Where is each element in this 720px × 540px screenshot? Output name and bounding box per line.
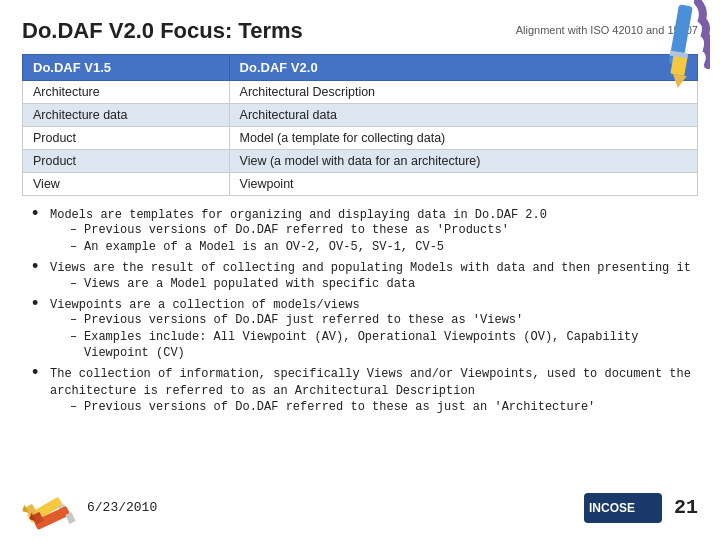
sub-bullet-text-0-0: Previous versions of Do.DAF referred to … bbox=[84, 223, 509, 239]
page: Do.DAF V2.0 Focus: Terms Alignment with … bbox=[0, 0, 720, 540]
table-cell-3-0: Product bbox=[23, 150, 230, 173]
bullet-item-2: •Viewpoints are a collection of models/v… bbox=[32, 296, 698, 362]
sub-bullet-text-0-1: An example of a Model is an OV-2, OV-5, … bbox=[84, 240, 444, 256]
table-cell-4-0: View bbox=[23, 173, 230, 196]
bullet-text-2: Viewpoints are a collection of models/vi… bbox=[50, 298, 360, 312]
table-cell-1-1: Architectural data bbox=[229, 104, 697, 127]
table-cell-1-0: Architecture data bbox=[23, 104, 230, 127]
page-number: 21 bbox=[674, 496, 698, 519]
svg-text:INCOSE: INCOSE bbox=[589, 501, 635, 515]
col-header-v1: Do.DAF V1.5 bbox=[23, 55, 230, 81]
sub-bullet-dash: – bbox=[70, 313, 84, 327]
table-row: ProductModel (a template for collecting … bbox=[23, 127, 698, 150]
bullet-dot: • bbox=[32, 257, 46, 275]
sub-bullet-dash: – bbox=[70, 277, 84, 291]
bullet-text-0: Models are templates for organizing and … bbox=[50, 208, 547, 222]
sub-bullets-2: – Previous versions of Do.DAF just refer… bbox=[70, 313, 698, 361]
header: Do.DAF V2.0 Focus: Terms Alignment with … bbox=[22, 18, 698, 44]
bullets-section: •Models are templates for organizing and… bbox=[32, 206, 698, 416]
table-cell-4-1: Viewpoint bbox=[229, 173, 697, 196]
sub-bullet-dash: – bbox=[70, 330, 84, 344]
table-row: ProductView (a model with data for an ar… bbox=[23, 150, 698, 173]
comparison-table: Do.DAF V1.5 Do.DAF V2.0 ArchitectureArch… bbox=[22, 54, 698, 196]
sub-bullet-3-0: – Previous versions of Do.DAF referred t… bbox=[70, 400, 698, 416]
table-cell-3-1: View (a model with data for an architect… bbox=[229, 150, 697, 173]
sub-bullet-0-1: – An example of a Model is an OV-2, OV-5… bbox=[70, 240, 547, 256]
table-cell-0-0: Architecture bbox=[23, 81, 230, 104]
sub-bullet-text-3-0: Previous versions of Do.DAF referred to … bbox=[84, 400, 595, 416]
sub-bullet-0-0: – Previous versions of Do.DAF referred t… bbox=[70, 223, 547, 239]
decorative-pencil bbox=[650, 0, 710, 90]
table-cell-2-0: Product bbox=[23, 127, 230, 150]
table-row: Architecture dataArchitectural data bbox=[23, 104, 698, 127]
bullet-item-3: •The collection of information, specific… bbox=[32, 365, 698, 416]
table-row: ArchitectureArchitectural Description bbox=[23, 81, 698, 104]
sub-bullet-text-1-0: Views are a Model populated with specifi… bbox=[84, 277, 415, 293]
bullet-text-1: Views are the result of collecting and p… bbox=[50, 261, 691, 275]
col-header-v2: Do.DAF V2.0 bbox=[229, 55, 697, 81]
table-row: ViewViewpoint bbox=[23, 173, 698, 196]
sub-bullet-dash: – bbox=[70, 223, 84, 237]
bullet-text-3: The collection of information, specifica… bbox=[50, 367, 691, 398]
sub-bullets-1: – Views are a Model populated with speci… bbox=[70, 277, 691, 293]
pencil-icon bbox=[22, 485, 77, 530]
sub-bullet-1-0: – Views are a Model populated with speci… bbox=[70, 277, 691, 293]
bullet-content-2: Viewpoints are a collection of models/vi… bbox=[50, 296, 698, 362]
sub-bullet-2-0: – Previous versions of Do.DAF just refer… bbox=[70, 313, 698, 329]
sub-bullets-0: – Previous versions of Do.DAF referred t… bbox=[70, 223, 547, 255]
page-title: Do.DAF V2.0 Focus: Terms bbox=[22, 18, 303, 44]
footer-date: 6/23/2010 bbox=[87, 500, 157, 515]
footer-left: 6/23/2010 bbox=[22, 485, 157, 530]
sub-bullet-text-2-1: Examples include: All Viewpoint (AV), Op… bbox=[84, 330, 698, 361]
sub-bullet-text-2-0: Previous versions of Do.DAF just referre… bbox=[84, 313, 523, 329]
bullet-dot: • bbox=[32, 363, 46, 381]
sub-bullet-dash: – bbox=[70, 400, 84, 414]
bullet-content-1: Views are the result of collecting and p… bbox=[50, 259, 691, 293]
bullet-item-1: •Views are the result of collecting and … bbox=[32, 259, 698, 293]
sub-bullet-2-1: – Examples include: All Viewpoint (AV), … bbox=[70, 330, 698, 361]
table-cell-2-1: Model (a template for collecting data) bbox=[229, 127, 697, 150]
bullet-item-0: •Models are templates for organizing and… bbox=[32, 206, 698, 256]
table-cell-0-1: Architectural Description bbox=[229, 81, 697, 104]
bullet-dot: • bbox=[32, 204, 46, 222]
footer-right: INCOSE 21 bbox=[584, 488, 698, 528]
bullet-dot: • bbox=[32, 294, 46, 312]
bullet-content-0: Models are templates for organizing and … bbox=[50, 206, 547, 256]
bullet-content-3: The collection of information, specifica… bbox=[50, 365, 698, 416]
footer: 6/23/2010 INCOSE 21 bbox=[22, 485, 698, 530]
incose-logo: INCOSE bbox=[584, 488, 664, 528]
sub-bullet-dash: – bbox=[70, 240, 84, 254]
sub-bullets-3: – Previous versions of Do.DAF referred t… bbox=[70, 400, 698, 416]
